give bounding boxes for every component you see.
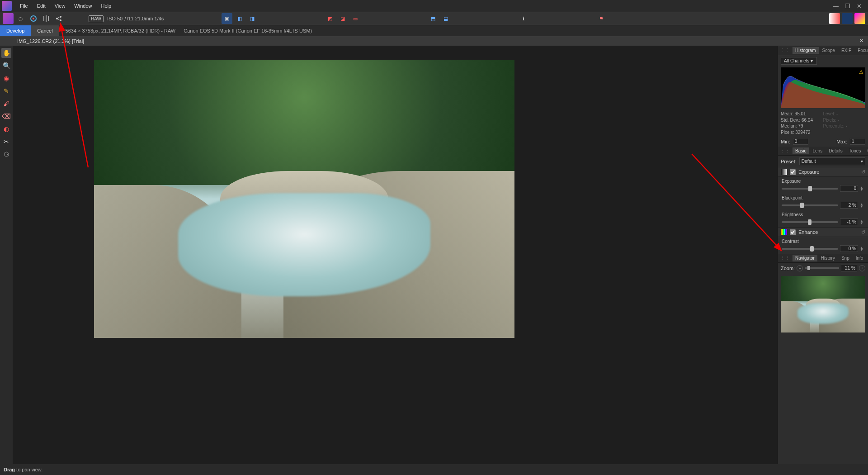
clip-tones-icon[interactable]: ▭ bbox=[350, 13, 361, 24]
action-tab-row: Develop Cancel 5634 × 3753px, 21.14MP, R… bbox=[0, 25, 868, 36]
canvas-viewport[interactable] bbox=[13, 46, 778, 464]
swatch-b-icon[interactable] bbox=[842, 13, 853, 24]
document-tab-strip: IMG_1226.CR2 (21.3%) [Trial] ✕ bbox=[0, 36, 868, 46]
min-input[interactable] bbox=[793, 138, 808, 145]
menu-edit[interactable]: Edit bbox=[33, 1, 50, 10]
brightness-slider-label: Brightness bbox=[782, 212, 864, 217]
cancel-button[interactable]: Cancel bbox=[31, 25, 59, 36]
blackpoint-stepper[interactable]: ▲▼ bbox=[860, 203, 864, 208]
channel-select[interactable]: All Channels▾ bbox=[781, 57, 817, 65]
enhance-toggle[interactable] bbox=[790, 229, 796, 235]
histogram-display[interactable]: ⚠ bbox=[781, 67, 865, 108]
app-logo-icon bbox=[2, 1, 12, 11]
overlay-gradient-tool-icon[interactable]: ◐ bbox=[1, 124, 11, 134]
status-bar: Drag to pan view. bbox=[0, 464, 868, 475]
close-document-icon[interactable]: ✕ bbox=[859, 38, 863, 44]
svg-point-1 bbox=[33, 18, 34, 19]
reset-enhance-icon[interactable]: ↺ bbox=[861, 229, 865, 235]
enhance-section-header[interactable]: Enhance ↺ bbox=[778, 227, 868, 237]
exposure-section-header[interactable]: Exposure ↺ bbox=[778, 167, 868, 177]
single-view-icon[interactable]: ▣ bbox=[222, 13, 232, 24]
brightness-slider[interactable] bbox=[782, 221, 838, 223]
contrast-slider[interactable] bbox=[782, 248, 838, 250]
persona-icon[interactable] bbox=[3, 13, 14, 24]
status-hint-rest: to pan view. bbox=[15, 467, 42, 472]
clip-shadows-icon[interactable]: ◩ bbox=[325, 13, 335, 24]
blemish-tool-icon[interactable]: ✎ bbox=[1, 86, 11, 96]
menu-file[interactable]: File bbox=[15, 1, 33, 10]
tab-navigator[interactable]: Navigator bbox=[793, 255, 817, 261]
zoom-out-button[interactable]: − bbox=[797, 265, 803, 271]
blackpoint-slider[interactable] bbox=[782, 204, 838, 206]
contrast-value[interactable] bbox=[840, 245, 858, 252]
max-input[interactable] bbox=[850, 138, 865, 145]
color-target-icon[interactable] bbox=[28, 13, 39, 24]
brightness-value[interactable] bbox=[840, 218, 858, 225]
exposure-value[interactable] bbox=[840, 185, 858, 192]
white-balance-tool-icon[interactable]: ⚆ bbox=[1, 149, 11, 159]
menu-bar: File Edit View Window Help — ❐ ✕ bbox=[0, 0, 868, 12]
swatch-c-icon[interactable] bbox=[854, 13, 865, 24]
tab-tones[interactable]: Tones bbox=[846, 147, 864, 154]
image-dimensions-info: 5634 × 3753px, 21.14MP, RGBA/32 (HDR) - … bbox=[66, 28, 176, 33]
crop-tool-icon[interactable]: ✂ bbox=[1, 137, 11, 147]
exposure-toggle[interactable] bbox=[790, 169, 796, 175]
tab-details[interactable]: Details bbox=[826, 147, 845, 154]
tab-exif[interactable]: EXIF bbox=[839, 47, 854, 54]
zoom-tool-icon[interactable]: 🔍 bbox=[1, 61, 11, 71]
hand-tool-icon[interactable]: ✋ bbox=[1, 48, 11, 58]
brightness-stepper[interactable]: ▲▼ bbox=[860, 220, 864, 224]
orientation-right-icon[interactable]: ⬓ bbox=[440, 13, 451, 24]
enhance-swatch-icon bbox=[781, 229, 787, 235]
clip-highlights-icon[interactable]: ◪ bbox=[337, 13, 348, 24]
overlay-erase-tool-icon[interactable]: ⌫ bbox=[1, 111, 11, 121]
stat-median: 79 bbox=[798, 124, 803, 128]
window-minimize-icon[interactable]: — bbox=[833, 3, 839, 10]
mirror-icon[interactable] bbox=[41, 13, 52, 24]
stat-mean: 95.01 bbox=[795, 111, 806, 116]
mirror-view-icon[interactable]: ◨ bbox=[247, 13, 258, 24]
tab-history[interactable]: History bbox=[818, 255, 838, 261]
tab-basic[interactable]: Basic bbox=[793, 147, 809, 154]
share-icon[interactable] bbox=[53, 13, 64, 24]
right-panel-stack: ⋮⋮ Histogram Scope EXIF Focus ≡ All Chan… bbox=[778, 46, 868, 464]
tab-overlays[interactable]: Overlays bbox=[864, 147, 868, 154]
develop-button[interactable]: Develop bbox=[0, 25, 31, 36]
info-icon[interactable]: ℹ bbox=[518, 13, 529, 24]
preset-select[interactable]: Default▾ bbox=[799, 157, 865, 165]
crop-warning-icon[interactable]: ⚑ bbox=[596, 13, 607, 24]
exposure-swatch-icon bbox=[781, 169, 787, 175]
reset-exposure-icon[interactable]: ↺ bbox=[861, 169, 865, 175]
menu-help[interactable]: Help bbox=[96, 1, 116, 10]
tab-lens[interactable]: Lens bbox=[810, 147, 825, 154]
window-close-icon[interactable]: ✕ bbox=[857, 3, 862, 10]
tab-histogram[interactable]: Histogram bbox=[793, 47, 819, 54]
window-maximize-icon[interactable]: ❐ bbox=[845, 3, 850, 10]
redeye-tool-icon[interactable]: ◉ bbox=[1, 73, 11, 83]
document-tab[interactable]: IMG_1226.CR2 (21.3%) [Trial] ✕ bbox=[13, 36, 868, 46]
menu-view[interactable]: View bbox=[50, 1, 70, 10]
navigator-panel-tabs: ⋮⋮ Navigator History Snp Info 32P ≡ bbox=[778, 254, 868, 263]
zoom-slider[interactable] bbox=[805, 267, 839, 269]
contrast-stepper[interactable]: ▲▼ bbox=[860, 247, 864, 251]
zoom-value[interactable] bbox=[841, 265, 857, 271]
sync-icon[interactable]: ◌ bbox=[15, 13, 26, 24]
overlay-paint-tool-icon[interactable]: 🖌 bbox=[1, 99, 11, 109]
zoom-in-button[interactable]: + bbox=[859, 265, 865, 271]
tab-snapshots[interactable]: Snp bbox=[839, 255, 852, 261]
blackpoint-value[interactable] bbox=[840, 202, 858, 209]
stat-pixels: 329472 bbox=[795, 130, 810, 135]
histogram-warning-icon: ⚠ bbox=[859, 69, 863, 75]
split-view-icon[interactable]: ◧ bbox=[234, 13, 245, 24]
tab-info[interactable]: Info bbox=[853, 255, 866, 261]
swatch-a-icon[interactable] bbox=[829, 13, 840, 24]
orientation-left-icon[interactable]: ⬒ bbox=[428, 13, 439, 24]
develop-panel-tabs: ⋮⋮ Basic Lens Details Tones Overlays ≡ bbox=[778, 147, 868, 156]
menu-window[interactable]: Window bbox=[70, 1, 96, 10]
exposure-stepper[interactable]: ▲▼ bbox=[860, 186, 864, 191]
navigator-thumbnail[interactable] bbox=[781, 276, 865, 332]
zoom-label: Zoom: bbox=[781, 266, 795, 271]
exposure-slider[interactable] bbox=[782, 188, 838, 190]
tab-focus[interactable]: Focus bbox=[855, 47, 868, 54]
tab-scope[interactable]: Scope bbox=[820, 47, 838, 54]
